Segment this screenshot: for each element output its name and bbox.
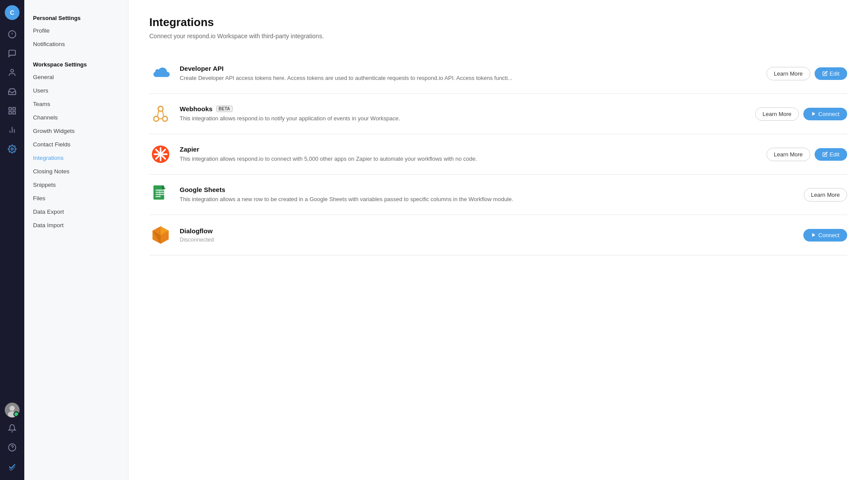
workflows-icon[interactable] — [4, 103, 20, 119]
svg-point-22 — [159, 152, 163, 156]
inbox-icon[interactable] — [4, 83, 20, 100]
sidebar-item-integrations[interactable]: Integrations — [24, 151, 128, 165]
help-icon[interactable] — [4, 439, 20, 456]
webhooks-beta-badge: BETA — [216, 106, 233, 112]
sidebar-item-growth-widgets[interactable]: Growth Widgets — [24, 124, 128, 138]
dialogflow-info: Dialogflow Disconnected — [180, 227, 796, 243]
google-sheets-learn-more-button[interactable]: Learn More — [804, 188, 847, 202]
settings-icon[interactable] — [4, 141, 20, 157]
svg-point-17 — [154, 116, 159, 122]
webhooks-name: Webhooks BETA — [180, 105, 747, 113]
personal-settings-title: Personal Settings — [24, 9, 128, 24]
google-sheets-info: Google Sheets This integration allows a … — [180, 186, 796, 204]
page-title: Integrations — [149, 16, 847, 29]
svg-point-14 — [8, 411, 16, 417]
home-icon[interactable] — [4, 26, 20, 43]
dialogflow-name: Dialogflow — [180, 227, 796, 235]
webhooks-connect-button[interactable]: Connect — [803, 108, 847, 120]
svg-rect-6 — [13, 112, 16, 114]
google-sheets-name: Google Sheets — [180, 186, 796, 193]
svg-point-3 — [11, 70, 14, 73]
dialogflow-connect-button[interactable]: Connect — [803, 229, 847, 242]
google-sheets-icon — [149, 183, 172, 206]
dialogflow-actions: Connect — [803, 229, 847, 242]
svg-marker-32 — [812, 233, 815, 237]
sidebar-item-snippets[interactable]: Snippets — [24, 178, 128, 192]
integration-row-google-sheets: Google Sheets This integration allows a … — [149, 175, 847, 215]
zapier-name: Zapier — [180, 146, 759, 153]
reports-icon[interactable] — [4, 122, 20, 138]
developer-api-actions: Learn More Edit — [766, 67, 847, 80]
dialogflow-status: Disconnected — [180, 236, 796, 243]
sidebar-item-closing-notes[interactable]: Closing Notes — [24, 165, 128, 178]
webhooks-learn-more-button[interactable]: Learn More — [755, 107, 799, 121]
svg-rect-4 — [9, 108, 12, 110]
developer-api-icon — [149, 62, 172, 85]
developer-api-name: Developer API — [180, 65, 759, 72]
sidebar-item-channels[interactable]: Channels — [24, 111, 128, 124]
page-subtitle: Connect your respond.io Workspace with t… — [149, 33, 847, 40]
google-sheets-desc: This integration allows a new row to be … — [180, 195, 518, 204]
zapier-learn-more-button[interactable]: Learn More — [766, 148, 810, 161]
checkmark-icon[interactable] — [4, 458, 20, 475]
svg-point-19 — [158, 106, 163, 112]
zapier-icon — [149, 143, 172, 166]
svg-point-13 — [10, 406, 15, 411]
webhooks-icon — [149, 103, 172, 125]
developer-api-desc: Create Developer API access tokens here.… — [180, 74, 518, 83]
sidebar-item-data-export[interactable]: Data Export — [24, 205, 128, 218]
sidebar-item-general[interactable]: General — [24, 70, 128, 84]
google-sheets-actions: Learn More — [804, 188, 847, 202]
webhooks-desc: This integration allows respond.io to no… — [180, 114, 518, 123]
developer-api-edit-button[interactable]: Edit — [815, 67, 847, 80]
sidebar-item-notifications[interactable]: Notifications — [24, 37, 128, 51]
sidebar-item-users[interactable]: Users — [24, 84, 128, 97]
contacts-icon[interactable] — [4, 64, 20, 81]
developer-api-learn-more-button[interactable]: Learn More — [766, 67, 810, 80]
zapier-info: Zapier This integration allows respond.i… — [180, 146, 759, 163]
sidebar-item-data-import[interactable]: Data Import — [24, 218, 128, 232]
zapier-edit-button[interactable]: Edit — [815, 148, 847, 161]
svg-rect-7 — [9, 112, 12, 114]
integration-row-zapier: Zapier This integration allows respond.i… — [149, 134, 847, 175]
integration-row-developer-api: Developer API Create Developer API acces… — [149, 53, 847, 94]
main-content: Integrations Connect your respond.io Wor… — [128, 0, 868, 480]
bell-icon[interactable] — [4, 420, 20, 437]
sidebar-item-contact-fields[interactable]: Contact Fields — [24, 138, 128, 151]
integration-row-dialogflow: Dialogflow Disconnected Connect — [149, 215, 847, 255]
webhooks-info: Webhooks BETA This integration allows re… — [180, 105, 747, 123]
integration-row-webhooks: Webhooks BETA This integration allows re… — [149, 94, 847, 134]
webhooks-actions: Learn More Connect — [755, 107, 847, 121]
svg-rect-5 — [13, 108, 16, 110]
zapier-actions: Learn More Edit — [766, 148, 847, 161]
svg-marker-20 — [812, 112, 815, 116]
icon-rail: C — [0, 0, 24, 480]
sidebar-item-profile[interactable]: Profile — [24, 24, 128, 37]
workspace-avatar[interactable]: C — [5, 5, 20, 20]
dialogflow-icon — [149, 224, 172, 246]
workspace-settings-title: Workspace Settings — [24, 55, 128, 70]
sidebar-item-files[interactable]: Files — [24, 192, 128, 205]
user-avatar[interactable] — [5, 403, 20, 417]
svg-point-18 — [162, 116, 168, 122]
chat-icon[interactable] — [4, 45, 20, 62]
zapier-desc: This integration allows respond.io to co… — [180, 155, 518, 163]
sidebar: Personal Settings Profile Notifications … — [24, 0, 128, 480]
developer-api-info: Developer API Create Developer API acces… — [180, 65, 759, 83]
svg-point-11 — [11, 148, 13, 150]
sidebar-item-teams[interactable]: Teams — [24, 97, 128, 111]
